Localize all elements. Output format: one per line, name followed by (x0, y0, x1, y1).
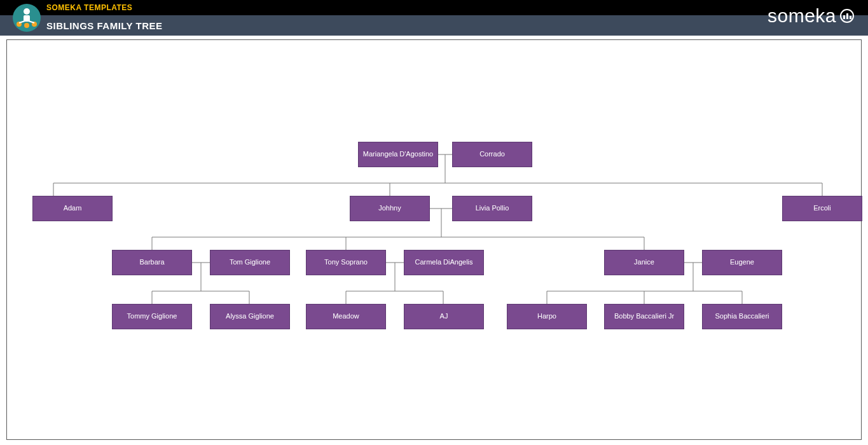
node-label: Tom Giglione (230, 258, 270, 266)
node-tony-soprano: Tony Soprano (306, 250, 386, 275)
node-label: Harpo (537, 312, 556, 320)
node-label: Tommy Giglione (127, 312, 177, 320)
canvas-wrap: Mariangela D'Agostino Corrado Adam Johhn… (0, 36, 868, 444)
node-label: Livia Pollio (476, 204, 509, 212)
svg-point-1 (24, 8, 30, 15)
header-sub-label: SIBLINGS FAMILY TREE (46, 20, 163, 31)
diagram-canvas: Mariangela D'Agostino Corrado Adam Johhn… (6, 39, 862, 440)
header-sub-bar: SIBLINGS FAMILY TREE (0, 15, 868, 36)
node-label: Corrado (479, 150, 505, 158)
node-label: Mariangela D'Agostino (363, 150, 433, 158)
node-bobby-baccalieri: Bobby Baccalieri Jr (604, 304, 684, 329)
brand-chart-icon (840, 9, 854, 23)
node-tommy-giglione: Tommy Giglione (112, 304, 192, 329)
node-meadow: Meadow (306, 304, 386, 329)
brand-text: someka (768, 5, 836, 27)
node-label: Alyssa Giglione (226, 312, 274, 320)
node-sophia-baccalieri: Sophia Baccalieri (702, 304, 782, 329)
node-label: Sophia Baccalieri (715, 312, 769, 320)
app-header: SOMEKA TEMPLATES SIBLINGS FAMILY TREE so… (0, 0, 868, 36)
node-label: Ercoli (813, 204, 831, 212)
node-harpo: Harpo (507, 304, 587, 329)
node-janice: Janice (604, 250, 684, 275)
node-aj: AJ (404, 304, 484, 329)
node-corrado: Corrado (452, 142, 532, 167)
node-label: Carmela DiAngelis (415, 258, 472, 266)
connector-lines (7, 40, 862, 441)
brand-logo: someka (768, 5, 854, 27)
node-label: Tony Soprano (324, 258, 368, 266)
svg-point-4 (24, 23, 29, 28)
node-label: Janice (634, 258, 654, 266)
node-label: Johhny (378, 204, 401, 212)
node-mariangela: Mariangela D'Agostino (358, 142, 438, 167)
node-label: AJ (440, 312, 448, 320)
header-top-label: SOMEKA TEMPLATES (46, 3, 132, 12)
node-label: Meadow (333, 312, 359, 320)
node-carmela: Carmela DiAngelis (404, 250, 484, 275)
node-label: Barbara (139, 258, 164, 266)
node-barbara: Barbara (112, 250, 192, 275)
node-ercoli: Ercoli (782, 196, 862, 221)
node-tom-giglione: Tom Giglione (210, 250, 290, 275)
node-label: Adam (64, 204, 82, 212)
family-tree-logo-icon (11, 3, 42, 33)
node-label: Bobby Baccalieri Jr (614, 312, 674, 320)
node-alyssa-giglione: Alyssa Giglione (210, 304, 290, 329)
node-eugene: Eugene (702, 250, 782, 275)
header-top-bar: SOMEKA TEMPLATES (0, 0, 868, 15)
node-adam: Adam (32, 196, 113, 221)
node-johhny: Johhny (350, 196, 430, 221)
node-livia: Livia Pollio (452, 196, 532, 221)
node-label: Eugene (730, 258, 754, 266)
